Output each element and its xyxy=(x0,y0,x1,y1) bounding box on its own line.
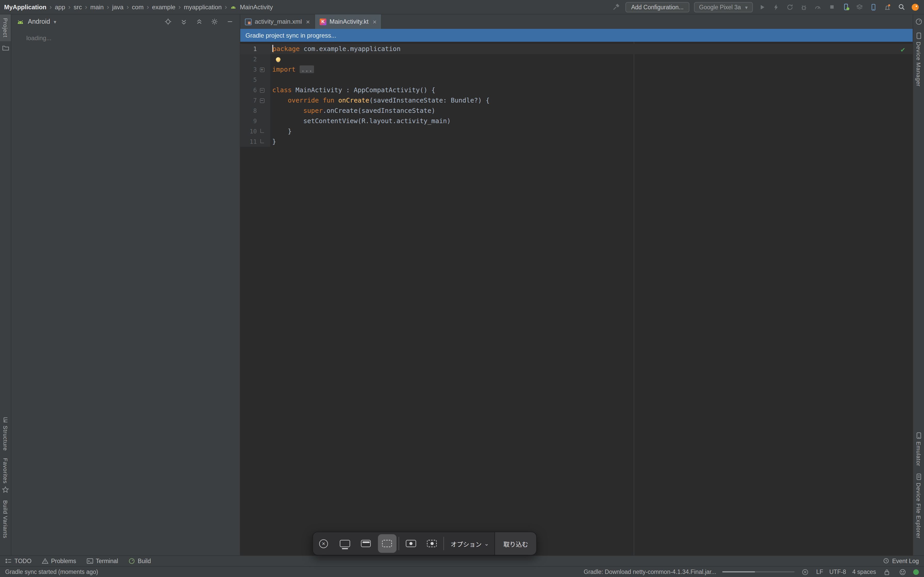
screenshot-options-button[interactable]: オプション xyxy=(445,532,494,555)
editor-gutter[interactable]: 2 xyxy=(240,54,270,64)
tool-button-device-file-explorer[interactable]: Device File Explorer xyxy=(913,470,924,542)
device-selector[interactable]: Google Pixel 3a xyxy=(694,2,753,12)
code-line[interactable]: 3+import ... xyxy=(240,64,913,75)
device-icon[interactable] xyxy=(869,2,878,11)
line-number: 8 xyxy=(240,106,257,116)
encoding-widget[interactable]: UTF-8 xyxy=(829,569,846,575)
breadcrumb-item[interactable]: java xyxy=(112,3,123,11)
breadcrumb-item[interactable]: example xyxy=(152,3,176,11)
breadcrumb-item[interactable]: main xyxy=(90,3,103,11)
code-line[interactable]: 1package com.example.myapplication xyxy=(240,44,913,54)
capture-selection-button[interactable] xyxy=(376,532,397,555)
tab-mainactivity-kt[interactable]: MainActivity.kt xyxy=(315,15,382,29)
notifications-icon[interactable] xyxy=(883,2,892,11)
tool-button-gradle[interactable] xyxy=(913,15,924,29)
tool-button-terminal[interactable]: Terminal xyxy=(86,558,118,564)
cancel-task-icon[interactable] xyxy=(801,567,810,577)
profiler-icon[interactable] xyxy=(813,2,822,11)
sync-project-icon[interactable] xyxy=(841,2,850,11)
fold-marker[interactable]: + xyxy=(257,67,267,72)
tool-button-emulator[interactable]: Emulator xyxy=(913,429,924,470)
tool-button-event-log[interactable]: Event Log xyxy=(883,558,919,564)
editor-gutter[interactable]: 7− xyxy=(240,95,270,106)
device-selector-value: Google Pixel 3a xyxy=(699,4,741,10)
locate-icon[interactable] xyxy=(163,17,173,26)
fold-marker[interactable] xyxy=(257,130,267,133)
tool-button-favorites[interactable]: Favorites xyxy=(0,455,11,496)
editor-gutter[interactable]: 5 xyxy=(240,75,270,85)
inspections-ok-icon[interactable]: ✔ xyxy=(900,47,905,53)
hide-panel-icon[interactable] xyxy=(225,17,234,26)
breadcrumb: MyApplication›app›src›main›java›com›exam… xyxy=(4,3,273,11)
editor-gutter[interactable]: 9 xyxy=(240,116,270,126)
breadcrumb-item[interactable]: MyApplication xyxy=(4,3,47,11)
debug-icon[interactable] xyxy=(799,2,809,11)
breadcrumb-item[interactable]: src xyxy=(73,3,82,11)
indent-widget[interactable]: 4 spaces xyxy=(852,569,876,575)
editor-gutter[interactable]: 1 xyxy=(240,44,270,54)
intention-bulb-icon[interactable] xyxy=(276,57,281,62)
code-line[interactable]: 10 } xyxy=(240,126,913,137)
tab-activity-main-xml[interactable]: activity_main.xml xyxy=(240,15,315,29)
lock-icon[interactable] xyxy=(882,567,892,577)
code-line[interactable]: 2 xyxy=(240,54,913,64)
gradle-sync-icon[interactable] xyxy=(911,2,920,11)
line-number: 11 xyxy=(240,137,257,147)
close-icon[interactable] xyxy=(373,18,377,26)
tool-button-resource-manager[interactable] xyxy=(0,41,11,55)
code-line[interactable]: 11} xyxy=(240,137,913,147)
build-gradle-icon xyxy=(128,558,135,564)
tool-button-todo[interactable]: TODO xyxy=(5,558,31,564)
code-line[interactable]: 6−class MainActivity : AppCompatActivity… xyxy=(240,85,913,95)
stop-icon[interactable] xyxy=(827,2,836,11)
close-icon[interactable] xyxy=(306,18,310,26)
line-number: 9 xyxy=(240,116,257,126)
expand-all-icon[interactable] xyxy=(179,17,188,26)
status-message[interactable]: Gradle sync started (moments ago) xyxy=(5,569,98,575)
rerun-icon[interactable] xyxy=(785,2,795,11)
editor-gutter[interactable]: 3+ xyxy=(240,64,270,75)
line-ending-widget[interactable]: LF xyxy=(816,569,823,575)
code-editor[interactable]: 1package com.example.myapplication23+imp… xyxy=(240,42,913,555)
project-tree[interactable]: loading... xyxy=(11,29,240,555)
fold-marker[interactable]: − xyxy=(257,88,267,92)
capture-window-button[interactable] xyxy=(355,532,376,555)
search-icon[interactable] xyxy=(897,2,906,11)
project-view-selector[interactable]: Android xyxy=(28,18,50,25)
tool-button-device-manager[interactable]: Device Manager xyxy=(913,29,924,90)
code-line[interactable]: 5 xyxy=(240,75,913,85)
chevron-down-icon[interactable] xyxy=(53,18,56,25)
breadcrumb-item[interactable]: app xyxy=(55,3,65,11)
editor-gutter[interactable]: 10 xyxy=(240,126,270,137)
tool-button-structure[interactable]: Structure xyxy=(0,413,11,455)
fold-marker[interactable]: − xyxy=(257,98,267,103)
build-hammer-icon[interactable] xyxy=(612,2,621,11)
breadcrumb-item[interactable]: myapplication xyxy=(184,3,222,11)
layout-inspector-icon[interactable] xyxy=(855,2,864,11)
ide-status-indicator-icon[interactable] xyxy=(913,569,919,575)
record-selection-button[interactable] xyxy=(421,532,443,555)
screenshot-capture-button[interactable]: 取り込む xyxy=(494,532,536,555)
add-configuration-button[interactable]: Add Configuration... xyxy=(625,2,689,12)
editor-gutter[interactable]: 11 xyxy=(240,137,270,147)
record-entire-screen-button[interactable] xyxy=(400,532,421,555)
collapse-all-icon[interactable] xyxy=(194,17,204,26)
code-line[interactable]: 7− override fun onCreate(savedInstanceSt… xyxy=(240,95,913,106)
breadcrumb-item[interactable]: com xyxy=(132,3,144,11)
tool-button-build-variants[interactable]: Build Variants xyxy=(0,496,11,542)
tool-button-project[interactable]: Project xyxy=(0,15,11,41)
screenshot-close-button[interactable] xyxy=(313,532,334,555)
tool-button-build[interactable]: Build xyxy=(128,558,151,564)
editor-gutter[interactable]: 6− xyxy=(240,85,270,95)
settings-gear-icon[interactable] xyxy=(210,17,219,26)
tool-button-problems[interactable]: Problems xyxy=(42,558,76,564)
feedback-smiley-icon[interactable] xyxy=(898,567,907,577)
breadcrumb-item[interactable]: MainActivity xyxy=(240,3,273,11)
apply-changes-icon[interactable] xyxy=(771,2,781,11)
run-icon[interactable] xyxy=(758,2,767,11)
capture-entire-screen-button[interactable] xyxy=(334,532,355,555)
code-line[interactable]: 8 super.onCreate(savedInstanceState) xyxy=(240,106,913,116)
editor-gutter[interactable]: 8 xyxy=(240,106,270,116)
fold-marker[interactable] xyxy=(257,140,267,143)
code-line[interactable]: 9 setContentView(R.layout.activity_main) xyxy=(240,116,913,126)
